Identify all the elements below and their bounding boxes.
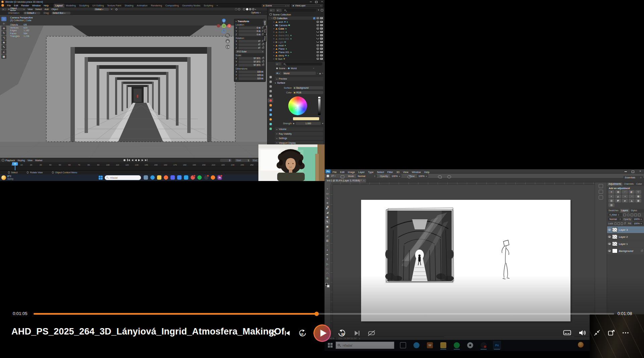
tool-move[interactable]: ⊕ (1, 26, 6, 31)
properties-tab-world[interactable] (268, 98, 273, 102)
current-frame-field[interactable]: 3 (220, 159, 232, 162)
adjustment-levels-icon[interactable]: ▤ (615, 190, 621, 194)
ps-tool-spot-healing[interactable]: ◉ (325, 215, 330, 219)
layer-row-layer-2[interactable]: Layer 2 (607, 233, 644, 240)
ps-tool-rectangle[interactable]: □ (325, 266, 330, 271)
sidebar-tab-view[interactable]: View (263, 35, 266, 42)
sidebar-tab-item[interactable]: Item (263, 19, 266, 27)
new-collection-icon[interactable] (321, 9, 323, 11)
properties-tab-modifiers[interactable] (268, 108, 273, 112)
panel-tab-styles[interactable]: Styles (630, 209, 639, 213)
adjustment-hue-saturation-icon[interactable]: ◐ (608, 194, 614, 198)
editor-type-icon[interactable]: ▾ (2, 8, 6, 11)
value-field[interactable]: 57.571 (239, 60, 261, 63)
ps-tool-path-selection[interactable]: ▷ (325, 262, 330, 266)
viewport-menu-select[interactable]: Select (35, 8, 42, 10)
blender-menu-render[interactable]: Render (21, 4, 29, 7)
viewport-menu-view[interactable]: View (28, 8, 33, 10)
layer-eye-icon[interactable] (608, 250, 611, 252)
lock-transparent-icon[interactable] (614, 222, 617, 225)
workspace-tab-shading[interactable]: Shading (123, 4, 135, 7)
adjustment-invert-icon[interactable]: ◩ (615, 199, 621, 203)
preview-panel[interactable]: ▸Preview (275, 77, 323, 81)
value-slider[interactable] (318, 96, 321, 115)
panel-ray-visibility[interactable]: ▸Ray Visibility (275, 132, 323, 136)
outliner-item-cube[interactable]: ▸Cube (268, 27, 324, 30)
properties-editor-icon[interactable]: ▾ (276, 62, 281, 65)
pin-icon[interactable]: ⌖ (313, 67, 314, 70)
ps-tool-marquee[interactable]: ▭ (325, 191, 330, 196)
workspace-tab-uv-editing[interactable]: UV Editing (91, 4, 105, 7)
adjustment-gradient-map-icon[interactable]: ▩ (635, 199, 641, 203)
shrink-player-icon[interactable] (593, 329, 601, 337)
filter-kind-dropdown[interactable]: Kind⇕ (608, 213, 622, 216)
taskbar-icon-settings[interactable] (466, 341, 474, 350)
start-button[interactable] (328, 343, 333, 348)
solid-shading-icon[interactable] (246, 8, 248, 10)
layer-opacity-field[interactable]: 100%▾ (633, 218, 643, 221)
unlink-scene-icon[interactable]: × (287, 5, 289, 7)
ps-tool-clone-stamp[interactable]: ▣ (325, 224, 330, 229)
taskbar-icon-firefox[interactable] (164, 175, 168, 180)
viewlayer-selector[interactable]: ViewLayer × (291, 4, 323, 7)
adjustment-posterize-icon[interactable]: ▰ (622, 199, 628, 203)
taskbar-search-input[interactable] (336, 342, 394, 349)
more-options-icon[interactable] (622, 329, 629, 336)
properties-tab-physics[interactable] (268, 117, 273, 121)
workspace-tab-sculpting[interactable]: Sculpting (78, 4, 91, 7)
taskbar-icon-store[interactable] (184, 175, 188, 180)
outliner-item-camera[interactable]: ▸Camera (268, 24, 324, 27)
sidebar-tab-tool[interactable]: Tool (263, 27, 266, 34)
blender-menu-help[interactable]: Help (44, 4, 49, 7)
start-button[interactable] (99, 176, 103, 180)
minimize-icon[interactable] (309, 0, 312, 3)
render-camera-icon[interactable] (320, 24, 323, 26)
layer-row-background[interactable]: Background (607, 248, 644, 254)
navigation-gizmo[interactable]: X Z (216, 18, 232, 34)
new-world-icon[interactable]: ▣ (319, 72, 321, 75)
previous-keyframe-icon[interactable] (132, 159, 133, 161)
properties-tab-object[interactable] (268, 103, 273, 107)
world-name-field[interactable]: World (283, 72, 316, 75)
adjustment-color-balance-icon[interactable]: ◭ (615, 194, 621, 198)
properties-tab-view-layer[interactable] (268, 89, 273, 93)
panel-tab-swatches[interactable]: Swatches (607, 209, 620, 213)
workspace-tab-geometry-nodes[interactable]: Geometry Nodes (181, 4, 202, 7)
workspace-tab-scripting[interactable]: Scripting (202, 4, 215, 7)
ps-tool-blur[interactable]: ◌ (325, 243, 330, 248)
disclosure-icon[interactable]: ▸ (274, 48, 275, 50)
ps-tool-hand[interactable]: ◠ (325, 271, 330, 276)
disclosure-icon[interactable]: ▸ (274, 44, 275, 46)
taskbar-icon-spotify[interactable] (453, 341, 461, 350)
taskbar-icon-w-app[interactable]: W (426, 341, 434, 350)
material-shading-icon[interactable] (249, 8, 251, 10)
ps-tool-crop[interactable]: ▞ (325, 205, 330, 210)
strength-field[interactable]: 1.000 (296, 122, 321, 125)
properties-tab-constraints[interactable] (268, 122, 273, 126)
filter-type-icon[interactable] (631, 214, 633, 216)
panel-tab-adjustments[interactable]: Adjustments (607, 182, 623, 186)
outliner-item-light[interactable]: ▸Light (268, 40, 324, 44)
value-field[interactable]: 115 m (239, 74, 264, 77)
outliner-item-dvere-002[interactable]: ▸dvere.002 (268, 37, 324, 40)
panel-settings[interactable]: ▸Settings (275, 136, 323, 140)
surface-shader-field[interactable]: Background (293, 86, 323, 89)
outliner-item-sun[interactable]: ▸Sun (268, 57, 324, 60)
value-field[interactable]: 0 m (239, 33, 261, 36)
next-track-icon[interactable] (354, 330, 360, 336)
ps-menu-filter[interactable]: Filter (387, 171, 393, 174)
render-camera-icon[interactable] (320, 21, 323, 23)
render-camera-icon[interactable] (320, 41, 323, 43)
timeline-menu-keying[interactable]: Keying (17, 159, 24, 162)
fake-user-icon[interactable]: ○ (317, 72, 318, 74)
volume-icon[interactable] (578, 329, 586, 336)
layer-eye-icon[interactable] (608, 229, 611, 231)
workspace-tab-animation[interactable]: Animation (135, 4, 149, 7)
layer-blend-mode-dropdown[interactable]: Normal⇕ (608, 218, 622, 221)
color-wheel-cursor[interactable] (295, 108, 297, 109)
render-camera-icon[interactable] (320, 38, 323, 40)
progress-bar[interactable] (34, 313, 614, 315)
lock-icon[interactable] (262, 57, 264, 59)
brush-tool-icon[interactable] (327, 175, 329, 177)
ps-tool-move[interactable]: + (325, 186, 330, 191)
